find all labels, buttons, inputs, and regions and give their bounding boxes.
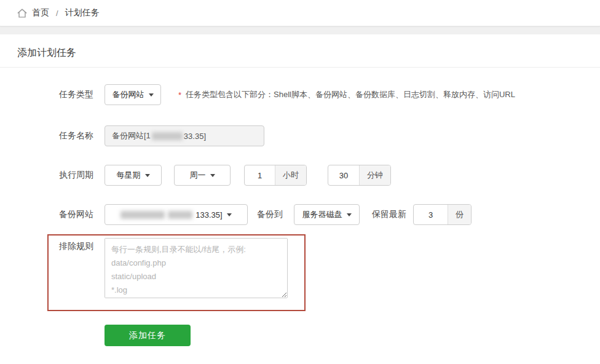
backup-target-value: 服务器磁盘: [302, 209, 342, 220]
add-task-panel: 添加计划任务 任务类型 备份网站 * 任务类型包含以下部分：Shell脚本、备份…: [0, 34, 600, 364]
hour-input[interactable]: 1: [245, 165, 275, 185]
backup-target-select[interactable]: 服务器磁盘: [294, 204, 360, 225]
backup-site-row: 备份网站 133.35] 备份到 服务器磁盘 保留最新 3 份: [59, 204, 472, 225]
hour-input-group: 1 小时: [244, 165, 307, 186]
add-task-button[interactable]: 添加任务: [105, 325, 191, 346]
keep-count-group: 3 份: [413, 204, 472, 225]
minute-input-group: 30 分钟: [328, 165, 391, 186]
cycle-period-value: 每星期: [117, 170, 141, 181]
breadcrumb-home[interactable]: 首页: [32, 7, 49, 18]
breadcrumb-separator: /: [56, 9, 58, 18]
chevron-down-icon: [227, 213, 232, 216]
cycle-label: 执行周期: [59, 170, 105, 181]
task-name-label: 任务名称: [59, 130, 105, 141]
keep-latest-label: 保留最新: [372, 209, 406, 220]
page-title: 添加计划任务: [0, 34, 600, 68]
cycle-row: 执行周期 每星期 周一 1 小时 30 分钟: [59, 165, 391, 186]
task-name-value-prefix: 备份网站[1: [112, 130, 151, 141]
cycle-day-select[interactable]: 周一: [174, 165, 231, 186]
keep-unit-addon: 份: [448, 205, 471, 224]
redacted-text: [168, 211, 192, 219]
cycle-period-select[interactable]: 每星期: [105, 165, 162, 186]
breadcrumb-current: 计划任务: [65, 7, 100, 18]
task-type-row: 任务类型 备份网站 * 任务类型包含以下部分：Shell脚本、备份网站、备份数据…: [59, 84, 515, 105]
minute-unit-addon: 分钟: [359, 165, 390, 185]
home-icon: [17, 8, 28, 18]
backup-site-label: 备份网站: [59, 209, 105, 220]
redacted-text: [120, 211, 165, 219]
chevron-down-icon: [145, 174, 150, 177]
task-type-label: 任务类型: [59, 89, 105, 100]
task-type-hint: * 任务类型包含以下部分：Shell脚本、备份网站、备份数据库、日志切割、释放内…: [178, 89, 515, 100]
chevron-down-icon: [210, 174, 215, 177]
keep-count-input[interactable]: 3: [414, 205, 448, 224]
backup-to-label: 备份到: [257, 209, 283, 220]
required-asterisk: *: [178, 90, 181, 100]
redacted-text: [152, 132, 183, 140]
cycle-day-value: 周一: [190, 170, 206, 181]
task-type-value: 备份网站: [112, 89, 144, 100]
hour-unit-addon: 小时: [275, 165, 306, 185]
backup-site-select[interactable]: 133.35]: [105, 204, 248, 225]
backup-site-value-visible: 133.35]: [195, 210, 222, 220]
minute-input[interactable]: 30: [328, 165, 359, 185]
chevron-down-icon: [149, 93, 154, 97]
task-name-row: 任务名称 备份网站[1 33.35]: [59, 125, 264, 146]
breadcrumb: 首页 / 计划任务: [0, 0, 600, 26]
chevron-down-icon: [347, 213, 352, 216]
add-cron-task-page: 首页 / 计划任务 添加计划任务 任务类型 备份网站 * 任务类型包含以下部分：…: [0, 0, 600, 364]
exclude-rules-textarea[interactable]: [105, 238, 288, 298]
exclude-rules-label: 排除规则: [59, 241, 93, 252]
task-name-value-suffix: 33.35]: [184, 132, 206, 141]
task-name-input[interactable]: 备份网站[1 33.35]: [105, 125, 264, 146]
task-type-select[interactable]: 备份网站: [105, 84, 161, 105]
task-type-hint-text: 任务类型包含以下部分：Shell脚本、备份网站、备份数据库、日志切割、释放内存、…: [186, 89, 515, 100]
